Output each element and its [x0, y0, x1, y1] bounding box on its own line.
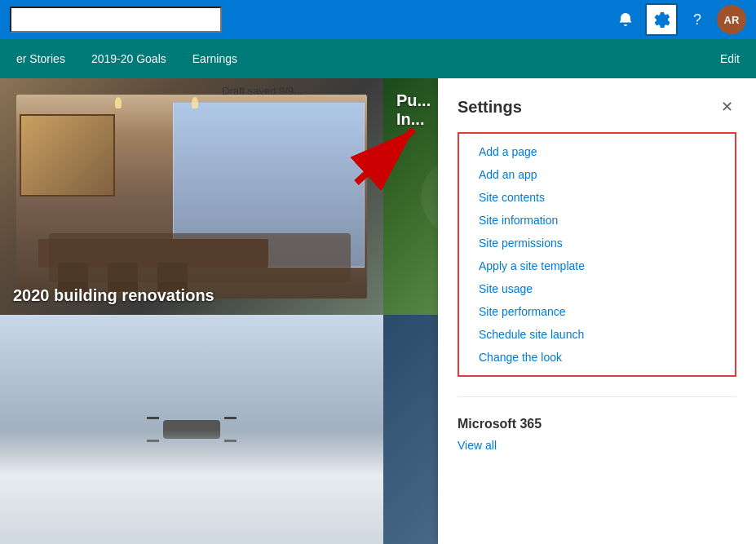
- menu-item-change-look[interactable]: Change the look: [479, 346, 715, 369]
- nav-item-earnings[interactable]: Earnings: [192, 49, 237, 69]
- draft-saved-bar: Draft saved 9/9...: [209, 78, 316, 104]
- menu-item-add-page[interactable]: Add a page: [479, 140, 715, 163]
- notification-icon: [617, 11, 634, 28]
- menu-item-site-usage[interactable]: Site usage: [479, 277, 715, 300]
- menu-item-site-information[interactable]: Site information: [479, 209, 715, 232]
- menu-item-apply-site-template[interactable]: Apply a site template: [479, 254, 715, 277]
- menu-item-site-permissions[interactable]: Site permissions: [479, 232, 715, 254]
- top-bar-icons: ? AR: [609, 3, 746, 36]
- menu-item-schedule-site-launch[interactable]: Schedule site launch: [479, 323, 715, 346]
- microsoft365-section: Microsoft 365 View all: [438, 404, 756, 466]
- settings-menu: Add a page Add an app Site contents Site…: [458, 132, 736, 377]
- view-all-link[interactable]: View all: [458, 439, 497, 452]
- settings-title: Settings: [458, 98, 522, 117]
- table-detail: [38, 239, 268, 268]
- snow-mountains: [0, 430, 383, 545]
- painting-detail: [20, 114, 116, 197]
- top-bar: ? AR: [0, 0, 756, 39]
- window-detail: [173, 102, 365, 268]
- nav-item-edit[interactable]: Edit: [720, 49, 740, 69]
- light-detail: [115, 97, 122, 108]
- help-button[interactable]: ?: [681, 3, 714, 36]
- avatar-button[interactable]: AR: [717, 5, 746, 34]
- image-caption-2: Pu...In...: [396, 91, 431, 129]
- main-content: Draft saved 9/9... 2020 building renovat…: [0, 78, 756, 544]
- settings-button[interactable]: [645, 3, 678, 36]
- light-detail: [192, 97, 198, 108]
- image-cell-3: [0, 315, 383, 544]
- settings-panel: Settings ✕ Add a page Add an app Site co…: [438, 78, 756, 544]
- menu-item-add-app[interactable]: Add an app: [479, 163, 715, 186]
- settings-header: Settings ✕: [438, 78, 756, 132]
- notification-button[interactable]: [609, 3, 642, 36]
- close-button[interactable]: ✕: [718, 95, 736, 119]
- nav-item-goals[interactable]: 2019-20 Goals: [91, 49, 166, 69]
- settings-divider: [458, 396, 736, 397]
- search-input[interactable]: [10, 7, 222, 33]
- room-detail: [0, 78, 383, 315]
- menu-item-site-performance[interactable]: Site performance: [479, 300, 715, 323]
- microsoft365-title: Microsoft 365: [458, 417, 736, 431]
- image-caption-1: 2020 building renovations: [13, 286, 214, 305]
- nav-item-stories[interactable]: er Stories: [16, 49, 65, 69]
- gear-icon: [653, 11, 670, 28]
- menu-item-site-contents[interactable]: Site contents: [479, 186, 715, 209]
- nav-bar: er Stories 2019-20 Goals Earnings Edit: [0, 39, 756, 78]
- image-cell-1: 2020 building renovations: [0, 78, 383, 315]
